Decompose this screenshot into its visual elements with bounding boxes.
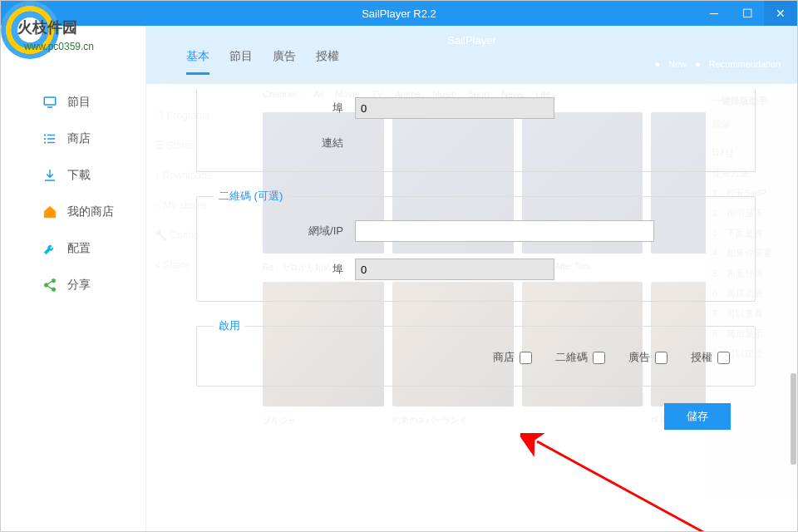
sidebar: 節目 商店 下載 我的商店 配置 分享 (1, 26, 146, 531)
qrcode-port-input[interactable] (355, 259, 554, 280)
sidebar-item-label: 節目 (67, 95, 91, 110)
maximize-button[interactable]: ☐ (731, 1, 764, 26)
svg-line-11 (47, 282, 52, 285)
download-icon (42, 168, 57, 183)
group-connection: 埠 連結 (196, 89, 756, 172)
sidebar-item-label: 配置 (67, 241, 91, 256)
sidebar-item-label: 下載 (67, 168, 91, 183)
sidebar-item-downloads[interactable]: 下載 (1, 157, 145, 194)
settings-panel: 埠 連結 二維碼 (可選) 網域/IP 埠 啟用 (163, 81, 781, 438)
minimize-button[interactable]: ─ (697, 1, 731, 26)
check-qrcode-box[interactable] (593, 352, 605, 364)
check-license[interactable]: 授權 (691, 350, 730, 365)
close-button[interactable]: ✕ (764, 1, 797, 26)
svg-point-5 (44, 134, 46, 135)
port-label: 埠 (214, 101, 355, 116)
check-store[interactable]: 商店 (493, 350, 532, 365)
check-ads[interactable]: 廣告 (628, 350, 667, 365)
save-button[interactable]: 儲存 (664, 403, 731, 430)
check-store-box[interactable] (520, 352, 532, 364)
svg-point-10 (52, 288, 56, 292)
monitor-icon (42, 95, 57, 110)
check-license-box[interactable] (717, 352, 730, 364)
tab-license[interactable]: 授權 (316, 49, 339, 75)
window-controls: ─ ☐ ✕ (697, 1, 797, 26)
titlebar: SailPlayer R2.2 ─ ☐ ✕ (1, 1, 797, 26)
tab-programs[interactable]: 節目 (229, 49, 253, 75)
qrcode-legend: 二維碼 (可選) (214, 189, 288, 204)
watermark-logo: 火枝件园 www.pc0359.cn (1, 1, 59, 59)
domain-label: 網域/IP (214, 224, 355, 239)
wrench-icon (42, 241, 57, 256)
app-title: SailPlayer R2.2 (362, 7, 436, 20)
sidebar-item-label: 分享 (67, 278, 91, 293)
sidebar-item-share[interactable]: 分享 (1, 267, 145, 303)
domain-input[interactable] (355, 220, 654, 242)
svg-rect-0 (44, 97, 56, 105)
sidebar-item-programs[interactable]: 節目 (1, 84, 145, 121)
annotation-arrow (520, 433, 736, 532)
port-input[interactable] (355, 97, 554, 119)
check-ads-box[interactable] (655, 352, 667, 364)
link-label: 連結 (214, 135, 355, 150)
enable-legend: 啟用 (214, 318, 245, 333)
svg-point-7 (44, 141, 46, 143)
sidebar-item-stores[interactable]: 商店 (1, 121, 145, 157)
share-icon (42, 278, 57, 293)
tab-ads[interactable]: 廣告 (273, 49, 296, 75)
home-icon (42, 204, 57, 219)
qrcode-port-label: 埠 (214, 262, 355, 277)
sidebar-item-label: 我的商店 (67, 204, 114, 219)
svg-line-13 (537, 441, 720, 532)
sidebar-item-my-stores[interactable]: 我的商店 (1, 194, 145, 230)
group-qrcode: 二維碼 (可選) 網域/IP 埠 (196, 189, 756, 302)
svg-point-8 (52, 279, 56, 283)
check-qrcode[interactable]: 二維碼 (555, 350, 605, 365)
sidebar-item-config[interactable]: 配置 (1, 230, 145, 267)
group-enable: 啟用 商店 二維碼 廣告 授權 (196, 318, 756, 387)
svg-line-12 (47, 286, 52, 289)
list-icon (42, 131, 57, 146)
tab-basic[interactable]: 基本 (186, 49, 209, 75)
scrollbar-thumb[interactable] (791, 373, 796, 465)
settings-tabs: 基本 節目 廣告 授權 (163, 34, 781, 81)
sidebar-item-label: 商店 (67, 131, 91, 146)
svg-point-6 (44, 138, 46, 140)
